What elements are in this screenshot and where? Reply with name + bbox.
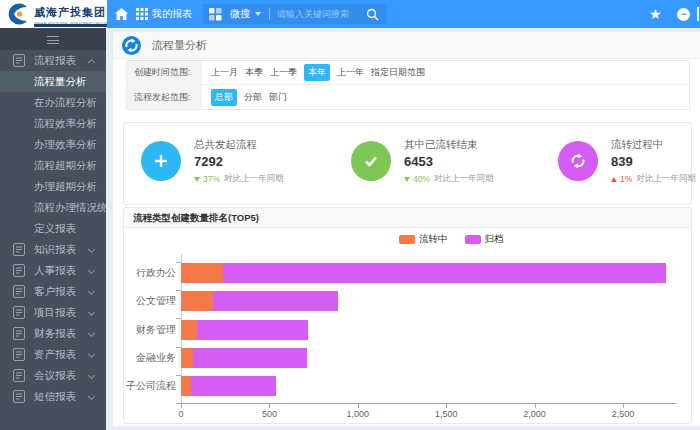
x-tick-label: 2,500	[612, 409, 635, 419]
filter-option-总部[interactable]: 总部	[211, 89, 237, 106]
search-icon[interactable]	[366, 8, 379, 21]
stat-value: 6453	[404, 154, 494, 169]
stat-label: 流转过程中	[611, 138, 696, 152]
filter-option-分部[interactable]: 分部	[244, 91, 262, 104]
report-icon	[13, 327, 25, 340]
category-label: 公文管理	[124, 291, 176, 311]
x-tick-label: 1,000	[347, 409, 370, 419]
filter-row: 创建时间范围:上一月本季上一季本年上一年指定日期范围	[127, 61, 689, 85]
filter-option-上一月[interactable]: 上一月	[211, 66, 238, 79]
sidebar-section-短信报表[interactable]: 短信报表	[0, 386, 106, 407]
category-label: 子公司流程	[124, 376, 176, 396]
trend-up-icon	[611, 177, 617, 182]
sidebar-item-办理超期分析[interactable]: 办理超期分析	[0, 176, 106, 197]
stat-change: 1%对比上一年同期	[611, 173, 696, 185]
filter-option-本季[interactable]: 本季	[245, 66, 263, 79]
chevron-down-icon	[88, 393, 95, 400]
bar-公文管理-流转中[interactable]	[181, 291, 213, 311]
stat-value: 839	[611, 154, 696, 169]
report-icon	[13, 285, 25, 298]
chevron-down-icon	[88, 372, 95, 379]
search-engine-label[interactable]: 微搜	[230, 7, 250, 21]
filter-option-本年[interactable]: 本年	[304, 64, 330, 81]
stat-label: 总共发起流程	[194, 138, 284, 152]
search-box[interactable]: 微搜 请输入关键词搜索	[203, 4, 387, 24]
sidebar-section-客户报表[interactable]: 客户报表	[0, 281, 106, 302]
sidebar-item-流程超期分析[interactable]: 流程超期分析	[0, 155, 106, 176]
chevron-down-icon	[88, 288, 95, 295]
x-tick-label: 2,000	[523, 409, 546, 419]
hamburger-icon[interactable]	[47, 36, 59, 44]
sidebar-item-流程办理情况统...[interactable]: 流程办理情况统...	[0, 197, 106, 218]
trend-down-icon	[194, 177, 200, 182]
stats-panel: 总共发起流程729237%对比上一年同期其中已流转结束645340%对比上一年同…	[123, 122, 692, 205]
chevron-down-icon	[88, 351, 95, 358]
bar-金融业务-归档[interactable]	[193, 348, 308, 368]
flow-analysis-icon	[122, 36, 141, 55]
x-tick	[623, 404, 624, 408]
report-icon	[13, 306, 25, 319]
favorite-star-icon[interactable]: ★	[649, 0, 662, 28]
filter-option-上一年[interactable]: 上一年	[337, 66, 364, 79]
sidebar-item-流程效率分析[interactable]: 流程效率分析	[0, 113, 106, 134]
x-tick	[358, 404, 359, 408]
sidebar-section-会议报表[interactable]: 会议报表	[0, 365, 106, 386]
nav-title[interactable]: 我的报表	[152, 0, 192, 28]
chevron-down-icon	[88, 267, 95, 274]
category-label: 金融业务	[124, 348, 176, 368]
logo-swoosh-icon	[6, 3, 30, 25]
bar-子公司流程-归档[interactable]	[191, 376, 276, 396]
avatar[interactable]: •••	[677, 8, 690, 21]
sidebar-section-流程报表[interactable]: 流程报表	[0, 50, 106, 71]
chevron-down-icon	[88, 246, 95, 253]
sidebar-item-定义报表[interactable]: 定义报表	[0, 218, 106, 239]
x-tick-label: 1,500	[435, 409, 458, 419]
search-input[interactable]: 请输入关键词搜索	[277, 8, 366, 21]
category-label: 财务管理	[124, 320, 176, 340]
chart-panel: 流程类型创建数量排名(TOP5) 流转中归档 05001,0001,5002,0…	[123, 207, 692, 424]
chevron-down-icon[interactable]	[255, 12, 261, 16]
filter-label: 创建时间范围:	[127, 61, 202, 84]
bar-公文管理-归档[interactable]	[213, 291, 339, 311]
filter-option-部门[interactable]: 部门	[269, 91, 287, 104]
sidebar-item-流程量分析[interactable]: 流程量分析	[0, 71, 106, 92]
filter-panel: 创建时间范围:上一月本季上一季本年上一年指定日期范围流程发起范围:总部分部部门	[126, 60, 690, 110]
sidebar-item-办理效率分析[interactable]: 办理效率分析	[0, 134, 106, 155]
check-icon	[351, 141, 391, 181]
report-icon	[13, 243, 25, 256]
bar-行政办公-归档[interactable]	[223, 263, 667, 283]
sidebar-collapse-row[interactable]	[0, 28, 106, 50]
home-icon[interactable]	[115, 8, 128, 20]
filter-option-上一季[interactable]: 上一季	[270, 66, 297, 79]
content-card: 流程量分析 创建时间范围:上一月本季上一季本年上一年指定日期范围流程发起范围:总…	[113, 32, 700, 426]
sidebar-section-人事报表[interactable]: 人事报表	[0, 260, 106, 281]
bar-财务管理-流转中[interactable]	[181, 320, 197, 340]
logo-underline	[34, 24, 107, 27]
header-edge-divider	[697, 7, 699, 21]
apps-grid-icon[interactable]	[136, 8, 148, 20]
sidebar-section-项目报表[interactable]: 项目报表	[0, 302, 106, 323]
sidebar-section-资产报表[interactable]: 资产报表	[0, 344, 106, 365]
search-apps-icon	[209, 8, 222, 21]
bar-财务管理-归档[interactable]	[197, 320, 308, 340]
sidebar-section-知识报表[interactable]: 知识报表	[0, 239, 106, 260]
x-tick	[181, 404, 182, 408]
bar-子公司流程-流转中[interactable]	[181, 376, 191, 396]
sidebar: 流程报表流程量分析在办流程分析流程效率分析办理效率分析流程超期分析办理超期分析流…	[0, 28, 106, 430]
top-header: 威海产投集团 WEIHAI INDUSTRIAL INVESTMENT GROU…	[0, 0, 700, 28]
x-tick	[269, 404, 270, 408]
sidebar-item-在办流程分析[interactable]: 在办流程分析	[0, 92, 106, 113]
plus-icon	[141, 141, 181, 181]
stat-value: 7292	[194, 154, 284, 169]
chevron-up-icon	[88, 59, 95, 66]
filter-option-指定日期范围[interactable]: 指定日期范围	[371, 66, 425, 79]
stat-change: 37%对比上一年同期	[194, 173, 284, 185]
page-title: 流程量分析	[152, 32, 207, 59]
search-divider	[269, 8, 270, 20]
x-tick-label: 500	[262, 409, 277, 419]
report-icon	[13, 54, 25, 67]
bar-行政办公-流转中[interactable]	[181, 263, 223, 283]
x-axis-line	[181, 403, 677, 404]
sidebar-section-财务报表[interactable]: 财务报表	[0, 323, 106, 344]
bar-金融业务-流转中[interactable]	[181, 348, 193, 368]
